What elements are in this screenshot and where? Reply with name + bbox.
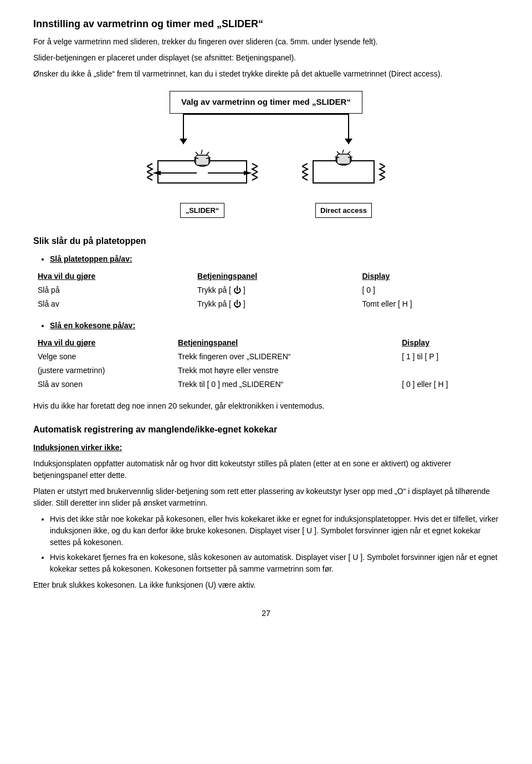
svg-line-16 (347, 151, 350, 154)
table1-col-1: Hva vil du gjøre (33, 269, 193, 283)
bullet-1-text: Hvis det ikke står noe kokekar på kokeso… (50, 515, 498, 547)
page-title: Innstilling av varmetrinn og timer med „… (33, 17, 499, 32)
table-row: Slå av sonen Trekk til [ 0 ] med „SLIDER… (33, 378, 499, 391)
table2-row1-c1: Velge sone (33, 350, 173, 364)
table1-row1-c3: [ 0 ] (357, 283, 499, 297)
table1-row2-c2: Trykk på [ ⏻ ] (193, 297, 357, 311)
section2-heading: Automatisk registrering av manglende/ikk… (33, 423, 499, 436)
diagram-section: Valg av varmetrinn og timer med „SLIDER“ (33, 91, 499, 218)
sub-heading-2: Slå en kokesone på/av: (50, 320, 499, 332)
ventemodus-text: Hvis du ikke har foretatt deg noe innen … (33, 400, 499, 412)
svg-line-7 (201, 150, 202, 154)
table2-row3-c2: Trekk til [ 0 ] med „SLIDEREN“ (173, 378, 397, 391)
diagram-connector (127, 114, 405, 144)
diagram-illustrations-row: „SLIDER“ (147, 150, 385, 218)
svg-rect-6 (196, 155, 209, 165)
table2-col-2: Betjeningspanel (173, 336, 397, 350)
intro-para-3: Ønsker du ikke å „slide“ frem til varmet… (33, 68, 499, 80)
sub-heading-2-text: Slå en kokesone på/av: (50, 321, 135, 330)
svg-rect-14 (337, 154, 350, 164)
svg-line-17 (337, 151, 340, 154)
svg-line-19 (335, 157, 339, 157)
table2-row3-c1: Slå av sonen (33, 378, 173, 391)
diagram-top-label: Valg av varmetrinn og timer med „SLIDER“ (170, 91, 362, 114)
table-zone: Hva vil du gjøre Betjeningspanel Display… (33, 336, 499, 391)
table2-row2-c1: (justere varmetrinn) (33, 364, 173, 378)
table-on-off: Hva vil du gjøre Betjeningspanel Display… (33, 269, 499, 311)
slider-label: „SLIDER“ (180, 203, 224, 218)
bullet-2-text: Hvis kokekaret fjernes fra en kokesone, … (50, 553, 498, 573)
list-item: Hvis det ikke står noe kokekar på kokeso… (50, 513, 499, 548)
section2-sub-heading-text: Induksjonen virker ikke: (33, 443, 122, 452)
table-row: Velge sone Trekk fingeren over „SLIDEREN… (33, 350, 499, 364)
table1-col-3: Display (357, 269, 499, 283)
svg-line-15 (342, 150, 344, 153)
slider-illustration-svg (147, 150, 258, 200)
table2-row3-c3: [ 0 ] eller [ H ] (397, 378, 499, 391)
section2-sub-heading: Induksjonen virker ikke: (33, 442, 499, 454)
table2-col-3: Display (397, 336, 499, 350)
table2-row1-c2: Trekk fingeren over „SLIDEREN“ (173, 350, 397, 364)
table2-col-1: Hva vil du gjøre (33, 336, 173, 350)
table1-col-2: Betjeningspanel (193, 269, 357, 283)
table2-row1-c3: [ 1 ] til [ P ] (397, 350, 499, 364)
section2-para2: Platen er utstyrt med brukervennlig slid… (33, 486, 499, 509)
table-row: Slå på Trykk på [ ⏻ ] [ 0 ] (33, 283, 499, 297)
svg-line-9 (196, 152, 198, 155)
intro-para-2: Slider-betjeningen er placeret under dis… (33, 52, 499, 64)
table1-row2-c1: Slå av (33, 297, 193, 311)
svg-marker-3 (244, 171, 252, 175)
direct-access-label: Direct access (315, 203, 372, 218)
direct-access-illustration-svg (302, 150, 385, 200)
section2-footer: Etter bruk slukkes kokesonen. La ikke fu… (33, 579, 499, 591)
table2-row2-c2: Trekk mot høyre eller venstre (173, 364, 397, 378)
direct-access-diagram-item: Direct access (302, 150, 385, 218)
table1-row1-c2: Trykk på [ ⏻ ] (193, 283, 357, 297)
sub-heading-1-text: Slå platetoppen på/av: (50, 254, 132, 263)
table2-row2-c3 (397, 364, 499, 378)
intro-para-1: For å velge varmetrinn med slideren, tre… (33, 36, 499, 48)
svg-line-18 (348, 157, 352, 157)
table1-row1-c1: Slå på (33, 283, 193, 297)
svg-line-8 (206, 152, 209, 155)
page-number: 27 (33, 608, 499, 619)
sub-heading-1: Slå platetoppen på/av: (50, 253, 499, 265)
table-row: (justere varmetrinn) Trekk mot høyre ell… (33, 364, 499, 378)
slider-diagram-item: „SLIDER“ (147, 150, 258, 218)
list-item: Hvis kokekaret fjernes fra en kokesone, … (50, 552, 499, 575)
section2-para1: Induksjonsplaten oppfatter automatisk nå… (33, 458, 499, 481)
svg-marker-1 (152, 171, 161, 175)
table1-row2-c3: Tomt eller [ H ] (357, 297, 499, 311)
table-row: Slå av Trykk på [ ⏻ ] Tomt eller [ H ] (33, 297, 499, 311)
section1-heading: Slik slår du på platetoppen (33, 235, 499, 248)
